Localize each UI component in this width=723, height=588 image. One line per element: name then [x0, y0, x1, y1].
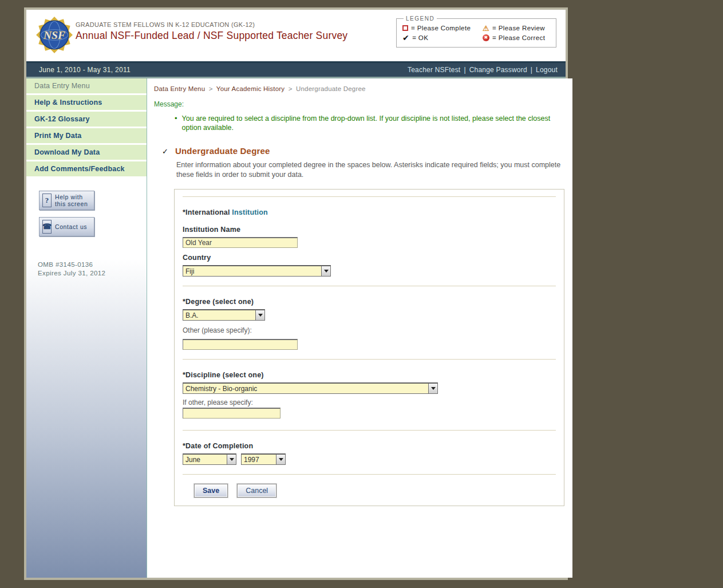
sidebar-item-glossary[interactable]: GK-12 Glossary [26, 112, 147, 128]
status-check-icon: ✓ [162, 147, 168, 156]
please-correct-icon: ✖ [483, 34, 489, 41]
nav-separator: | [531, 66, 532, 74]
please-complete-icon [402, 25, 408, 31]
contact-us-label: Contact us [55, 223, 87, 230]
international-institution-label: *International Institution [183, 208, 556, 216]
dropdown-arrow-icon[interactable] [255, 310, 264, 320]
discipline-select[interactable]: Chemistry - Bio-organic [183, 382, 438, 394]
country-select[interactable]: Fiji [183, 265, 331, 277]
degree-select[interactable]: B.A. [183, 309, 265, 321]
institution-link[interactable]: Institution [232, 208, 268, 216]
legend-please-correct: ✖ = Please Correct [483, 34, 551, 41]
completion-year-select[interactable]: 1997 [241, 453, 286, 465]
divider [183, 359, 556, 360]
page-header: NSF GRADUATE STEM FELLOWS IN K-12 EDUCAT… [26, 10, 566, 61]
section-title: Undergraduate Degree [175, 146, 270, 156]
cancel-button[interactable]: Cancel [237, 484, 276, 498]
save-button[interactable]: Save [194, 484, 228, 498]
bullet-icon: • [175, 114, 177, 132]
divider [183, 286, 556, 286]
institution-name-label: Institution Name [183, 226, 556, 234]
survey-period: June 1, 2010 - May 31, 2011 [39, 66, 131, 74]
section-intro: Enter information about your completed d… [176, 160, 564, 180]
omb-notice: OMB #3145-0136 Expires July 31, 2012 [38, 261, 147, 278]
legend-box: LEGEND = Please Complete ⚠ = Please Revi… [396, 15, 556, 48]
change-password-link[interactable]: Change Password [469, 66, 527, 74]
breadcrumb-your-academic-history[interactable]: Your Academic History [216, 85, 285, 92]
sidebar-item-help-instructions[interactable]: Help & Instructions [26, 95, 147, 112]
logout-link[interactable]: Logout [536, 66, 558, 74]
degree-form: *International Institution Institution N… [174, 189, 564, 506]
dropdown-arrow-icon[interactable] [227, 455, 236, 464]
degree-other-input[interactable] [183, 339, 298, 350]
ok-icon: ✔ [402, 35, 409, 41]
nsf-logo-icon: NSF [35, 16, 73, 54]
logged-in-user: Teacher NSFtest [408, 66, 460, 74]
dropdown-arrow-icon[interactable] [428, 384, 437, 393]
telephone-icon: ☎ [42, 220, 52, 234]
message-label: Message: [154, 100, 564, 108]
divider [183, 474, 556, 475]
contact-us-button[interactable]: ☎ Contact us [39, 217, 94, 236]
sidebar-item-print-my-data[interactable]: Print My Data [26, 128, 147, 145]
sidebar-item-add-comments-feedback[interactable]: Add Comments/Feedback [26, 161, 147, 178]
program-name: GRADUATE STEM FELLOWS IN K-12 EDUCATION … [76, 21, 347, 28]
date-of-completion-label: *Date of Completion [183, 442, 556, 450]
dropdown-arrow-icon[interactable] [321, 266, 330, 276]
sidebar-item-download-my-data[interactable]: Download My Data [26, 145, 147, 161]
divider [183, 430, 556, 431]
discipline-label: *Discipline (select one) [183, 371, 556, 379]
dropdown-arrow-icon[interactable] [276, 455, 285, 464]
content-area: Data Entry Menu > Your Academic History … [147, 78, 572, 578]
page-title: Annual NSF-Funded Lead / NSF Supported T… [76, 30, 347, 42]
breadcrumb: Data Entry Menu > Your Academic History … [154, 85, 564, 92]
nav-separator: | [464, 66, 465, 74]
top-navbar: June 1, 2010 - May 31, 2011 Teacher NSFt… [26, 61, 566, 78]
message-item: • You are required to select a disciplin… [175, 114, 558, 132]
legend-please-complete: = Please Complete [402, 25, 483, 31]
breadcrumb-current-page: Undergraduate Degree [296, 85, 366, 92]
legend-ok: ✔ = OK [402, 34, 483, 41]
please-review-icon: ⚠ [483, 25, 489, 31]
help-with-this-screen-button[interactable]: ? Help with this screen [39, 191, 94, 210]
survey-window: NSF GRADUATE STEM FELLOWS IN K-12 EDUCAT… [24, 7, 568, 580]
completion-month-select[interactable]: June [183, 453, 236, 465]
legend-title: LEGEND [404, 15, 437, 22]
sidebar-item-data-entry-menu[interactable]: Data Entry Menu [26, 78, 147, 95]
degree-other-label: Other (please specify): [183, 326, 556, 334]
discipline-other-input[interactable] [183, 408, 280, 419]
question-mark-icon: ? [42, 194, 52, 207]
svg-text:NSF: NSF [43, 29, 65, 41]
institution-name-input[interactable] [183, 237, 298, 248]
legend-please-review: ⚠ = Please Review [483, 25, 551, 31]
degree-label: *Degree (select one) [183, 298, 556, 306]
breadcrumb-data-entry-menu[interactable]: Data Entry Menu [154, 85, 205, 92]
sidebar: Data Entry Menu Help & Instructions GK-1… [26, 78, 147, 578]
divider [183, 196, 556, 197]
discipline-other-label: If other, please specify: [183, 398, 556, 407]
country-label: Country [183, 254, 556, 262]
